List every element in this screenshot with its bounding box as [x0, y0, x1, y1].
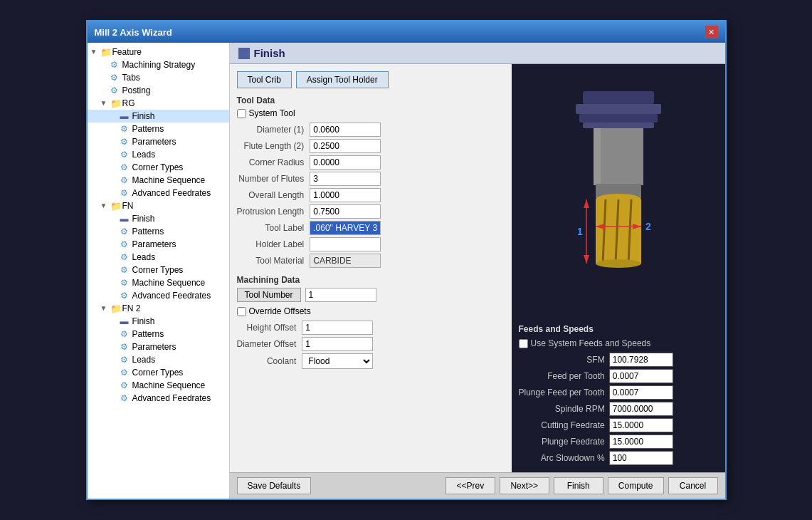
close-button[interactable]: ✕ [705, 26, 718, 38]
tree-item-label: FN [122, 201, 134, 211]
tool-number-input[interactable] [305, 288, 376, 302]
system-tool-checkbox[interactable] [237, 109, 246, 118]
tree-item-posting[interactable]: ⚙Posting [88, 84, 229, 97]
tool-label-label: Tool Label [237, 223, 305, 233]
finish-button[interactable]: Finish [554, 477, 603, 494]
arc-slowdown-label: Arc Slowdown % [519, 453, 605, 463]
gear-icon: ⚙ [120, 329, 130, 339]
tree-item-label: Feature [112, 47, 142, 57]
save-defaults-button[interactable]: Save Defaults [237, 477, 312, 494]
tree-item-machining-strategy[interactable]: ⚙Machining Strategy [88, 58, 229, 71]
corner-radius-label: Corner Radius [237, 157, 305, 167]
tree-item-feature[interactable]: ▼📁Feature [88, 46, 229, 58]
tree-item-rg[interactable]: ▼📁RG [88, 97, 229, 110]
tree-item-leads[interactable]: ⚙Leads [88, 251, 229, 264]
system-tool-label[interactable]: System Tool [249, 108, 295, 118]
feeds-panel: Feeds and Speeds Use System Feeds and Sp… [512, 317, 725, 472]
tree-item-corner-types[interactable]: ⚙Corner Types [88, 264, 229, 276]
gear-icon: ⚙ [120, 124, 130, 134]
spindle-rpm-label: Spindle RPM [519, 404, 605, 414]
tree-item-parameters[interactable]: ⚙Parameters [88, 340, 229, 353]
assign-tool-holder-button[interactable]: Assign Tool Holder [296, 71, 389, 88]
tool-crib-button[interactable]: Tool Crib [237, 71, 292, 88]
tool-diagram: 1 2 [519, 84, 718, 298]
tool-number-button[interactable]: Tool Number [237, 288, 301, 302]
override-offsets-checkbox[interactable] [237, 307, 246, 316]
gear-icon: ⚙ [120, 252, 130, 262]
svg-rect-2 [579, 114, 658, 123]
feed-per-tooth-input[interactable] [609, 369, 673, 383]
tree-item-patterns[interactable]: ⚙Patterns [88, 123, 229, 135]
content-area: Finish Tool Crib Assign Tool Holder Tool… [230, 43, 725, 499]
overall-length-input[interactable] [310, 188, 381, 202]
tree-item-finish[interactable]: ▬Finish [88, 212, 229, 225]
use-system-feeds-label[interactable]: Use System Feeds and Speeds [531, 338, 651, 348]
tree-item-machine-sequence[interactable]: ⚙Machine Sequence [88, 174, 229, 187]
tree-item-machine-sequence[interactable]: ⚙Machine Sequence [88, 276, 229, 289]
tree-item-corner-types[interactable]: ⚙Corner Types [88, 161, 229, 174]
folder-icon: 📁 [100, 47, 110, 57]
content-body: Tool Crib Assign Tool Holder Tool Data S… [230, 64, 725, 472]
tree-item-label: Leads [132, 252, 156, 262]
tree-item-fn[interactable]: ▼📁FN [88, 199, 229, 212]
tree-item-leads[interactable]: ⚙Leads [88, 148, 229, 161]
tree-item-finish[interactable]: ▬Finish [88, 110, 229, 123]
compute-button[interactable]: Compute [608, 477, 664, 494]
machining-data-label: Machining Data [237, 275, 505, 285]
holder-label-input[interactable] [310, 237, 381, 251]
tree-item-advanced-feedrates[interactable]: ⚙Advanced Feedrates [88, 187, 229, 199]
folder-icon: 📁 [110, 201, 120, 211]
feed-per-tooth-label: Feed per Tooth [519, 371, 605, 381]
tree-item-label: Machine Sequence [132, 380, 206, 390]
tree-item-advanced-feedrates[interactable]: ⚙Advanced Feedrates [88, 392, 229, 405]
tree-item-label: Patterns [132, 227, 164, 236]
bottom-bar: Save Defaults <<Prev Next>> Finish Compu… [230, 472, 725, 499]
height-offset-input[interactable] [302, 321, 373, 335]
protrusion-input[interactable] [310, 204, 381, 219]
top-buttons-row: Tool Crib Assign Tool Holder [237, 71, 505, 88]
cancel-button[interactable]: Cancel [668, 477, 718, 494]
tree-item-machine-sequence[interactable]: ⚙Machine Sequence [88, 379, 229, 392]
diameter-offset-label: Diameter Offset [237, 339, 297, 349]
num-flutes-input[interactable] [310, 172, 381, 186]
tree-item-leads[interactable]: ⚙Leads [88, 353, 229, 366]
plunge-feedrate-label: Plunge Feedrate [519, 437, 605, 447]
use-system-feeds-checkbox[interactable] [519, 339, 528, 348]
diameter-offset-input[interactable] [302, 337, 373, 351]
cutting-feedrate-input[interactable] [609, 418, 673, 432]
svg-rect-1 [576, 104, 661, 114]
flute-length-input[interactable] [310, 139, 381, 153]
arc-slowdown-input[interactable] [609, 451, 673, 465]
sfm-input[interactable] [609, 353, 673, 367]
svg-rect-3 [583, 123, 654, 128]
tree-panel: ▼📁Feature⚙Machining Strategy⚙Tabs⚙Postin… [88, 43, 230, 499]
tree-item-corner-types[interactable]: ⚙Corner Types [88, 366, 229, 379]
collapse-icon: ▼ [100, 304, 109, 313]
plunge-feed-tooth-input[interactable] [609, 385, 673, 400]
override-offsets-label[interactable]: Override Offsets [249, 306, 311, 316]
diameter-label: Diameter (1) [237, 125, 305, 135]
dialog-title: Mill 2 Axis Wizard [95, 27, 172, 38]
tool-label-input[interactable] [310, 221, 381, 235]
tree-item-fn-2[interactable]: ▼📁FN 2 [88, 302, 229, 315]
gear-icon: ⚙ [120, 137, 130, 147]
spindle-rpm-input[interactable] [609, 402, 673, 416]
coolant-select[interactable]: Flood Mist None Through [302, 353, 373, 369]
gear-icon: ⚙ [120, 265, 130, 275]
corner-radius-input[interactable] [310, 155, 381, 170]
tree-item-label: Leads [132, 355, 156, 365]
tree-item-tabs[interactable]: ⚙Tabs [88, 71, 229, 84]
num-flutes-label: Number of Flutes [237, 174, 305, 184]
tree-item-parameters[interactable]: ⚙Parameters [88, 135, 229, 148]
next-button[interactable]: Next>> [500, 477, 549, 494]
tree-item-parameters[interactable]: ⚙Parameters [88, 238, 229, 251]
tree-item-patterns[interactable]: ⚙Patterns [88, 225, 229, 238]
tree-item-patterns[interactable]: ⚙Patterns [88, 328, 229, 340]
svg-text:2: 2 [645, 221, 651, 232]
tree-item-finish[interactable]: ▬Finish [88, 315, 229, 328]
plunge-feedrate-input[interactable] [609, 435, 673, 449]
tree-item-advanced-feedrates[interactable]: ⚙Advanced Feedrates [88, 289, 229, 302]
diameter-input[interactable] [310, 123, 381, 137]
prev-button[interactable]: <<Prev [445, 477, 495, 494]
gear-icon: ⚙ [120, 239, 130, 249]
